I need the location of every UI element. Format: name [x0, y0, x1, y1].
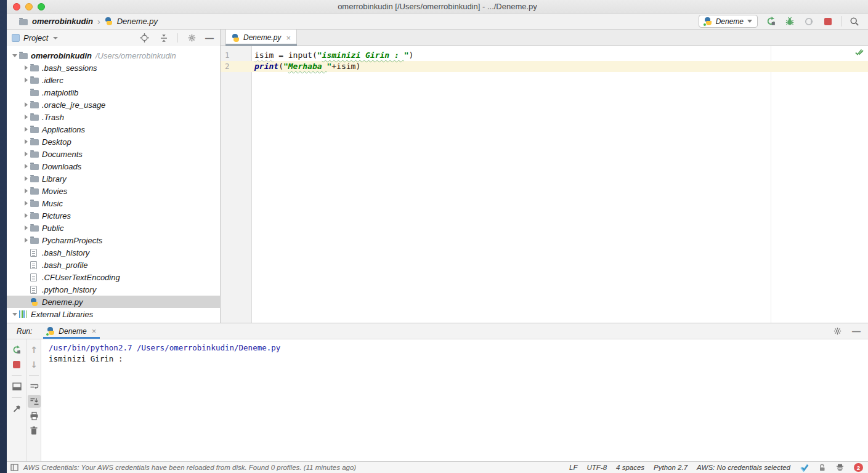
- tree-row[interactable]: Applications: [7, 123, 220, 135]
- hide-panel-button[interactable]: —: [205, 35, 214, 41]
- status-item-group: LFUTF-84 spacesPython 2.7AWS: No credent…: [569, 464, 790, 471]
- tree-expand-arrow[interactable]: [22, 176, 30, 181]
- code-editor[interactable]: 1 isim = input("isminizi Girin : ") 2 pr…: [221, 46, 868, 323]
- run-panel-settings-button[interactable]: [831, 325, 843, 338]
- scroll-to-end-button[interactable]: [28, 395, 41, 408]
- write-access-widget[interactable]: [818, 463, 826, 472]
- tree-row[interactable]: Desktop: [7, 135, 220, 148]
- stop-button[interactable]: [822, 15, 834, 28]
- tree-row[interactable]: .python_history: [7, 283, 220, 296]
- running-indicator-dot: [703, 23, 707, 26]
- tree-expand-arrow[interactable]: [22, 188, 30, 193]
- tree-row[interactable]: .matplotlib: [7, 86, 220, 99]
- inspections-ok-icon[interactable]: [854, 48, 864, 57]
- tree-expand-arrow[interactable]: [10, 54, 19, 57]
- notifications-badge[interactable]: 2: [854, 463, 863, 472]
- chevron-down-icon[interactable]: [53, 37, 58, 39]
- tree-expand-arrow[interactable]: [22, 238, 30, 243]
- status-item[interactable]: LF: [569, 464, 577, 471]
- tree-expand-arrow[interactable]: [22, 164, 30, 169]
- tree-row[interactable]: Downloads: [7, 160, 220, 172]
- tree-row[interactable]: .oracle_jre_usage: [7, 99, 220, 111]
- tree-row[interactable]: Pictures: [7, 209, 220, 222]
- restore-layout-button[interactable]: [10, 380, 23, 393]
- inspections-widget[interactable]: [800, 464, 809, 472]
- hide-panel-button[interactable]: —: [852, 328, 861, 334]
- toolbar-divider: [177, 33, 178, 42]
- stop-button[interactable]: [10, 358, 23, 371]
- rerun-button[interactable]: [765, 15, 777, 28]
- item-type-icon: [30, 65, 39, 71]
- tree-expand-arrow[interactable]: [22, 65, 30, 70]
- code-line[interactable]: 1 isim = input("isminizi Girin : "): [221, 50, 868, 61]
- tree-expand-arrow[interactable]: [22, 115, 30, 119]
- run-console-output[interactable]: /usr/bin/python2.7 /Users/omerrobinkudin…: [41, 339, 868, 461]
- code-token: ": [283, 62, 288, 71]
- print-button[interactable]: [28, 410, 41, 422]
- highlighting-level-widget[interactable]: [835, 463, 845, 472]
- editor-tab-deneme[interactable]: Deneme.py ×: [225, 30, 297, 46]
- breadcrumb-chevron-icon: ›: [97, 17, 100, 26]
- status-item[interactable]: AWS: No credentials selected: [697, 464, 790, 471]
- run-with-coverage-button[interactable]: [803, 15, 815, 28]
- status-item[interactable]: 4 spaces: [616, 464, 644, 471]
- close-tab-icon[interactable]: ×: [286, 33, 291, 42]
- tree-row[interactable]: .bash_sessions: [7, 62, 220, 74]
- status-item[interactable]: UTF-8: [586, 464, 607, 471]
- tree-row[interactable]: .CFUserTextEncoding: [7, 271, 220, 283]
- tree-item-label: PycharmProjects: [42, 236, 102, 245]
- search-everywhere-button[interactable]: [848, 15, 861, 28]
- item-type-icon: [19, 53, 28, 59]
- locate-file-button[interactable]: [138, 32, 150, 44]
- close-tab-icon[interactable]: ×: [92, 326, 97, 336]
- title-bar[interactable]: omerrobinkudin [/Users/omerrobinkudin] -…: [7, 0, 868, 14]
- pin-tab-button[interactable]: [10, 402, 23, 415]
- tree-row[interactable]: Movies: [7, 185, 220, 197]
- breadcrumb-file[interactable]: Deneme.py: [117, 17, 158, 26]
- tree-row[interactable]: PycharmProjects: [7, 234, 220, 246]
- tree-expand-arrow[interactable]: [10, 313, 19, 316]
- tree-expand-arrow[interactable]: [22, 201, 30, 206]
- debug-button[interactable]: [784, 15, 796, 28]
- item-type-icon: [30, 102, 39, 108]
- close-window-button[interactable]: [13, 3, 20, 10]
- zoom-window-button[interactable]: [38, 3, 45, 10]
- tree-expand-arrow[interactable]: [22, 213, 30, 218]
- breadcrumb-project[interactable]: omerrobinkudin: [32, 17, 93, 26]
- tree-row[interactable]: Documents: [7, 148, 220, 160]
- collapse-all-button[interactable]: [158, 32, 170, 44]
- tree-expand-arrow[interactable]: [22, 152, 30, 156]
- tree-row[interactable]: Deneme.py: [7, 296, 220, 308]
- stop-icon: [13, 361, 20, 368]
- tree-expand-arrow[interactable]: [22, 78, 30, 83]
- status-item[interactable]: Python 2.7: [654, 464, 688, 471]
- tree-row[interactable]: .bash_history: [7, 246, 220, 259]
- run-tab-deneme[interactable]: Deneme ×: [43, 323, 100, 339]
- code-line-active[interactable]: 2 print("Merhaba "+isim): [221, 61, 868, 72]
- status-message[interactable]: AWS Credentials: Your AWS credentials ha…: [23, 464, 356, 471]
- tree-expand-arrow[interactable]: [22, 139, 30, 144]
- up-stack-trace-button[interactable]: ↑: [28, 343, 41, 356]
- window-title: omerrobinkudin [/Users/omerrobinkudin] -…: [338, 2, 537, 11]
- soft-wrap-button[interactable]: [28, 380, 41, 393]
- down-stack-trace-button[interactable]: ↓: [28, 358, 41, 371]
- run-configuration-select[interactable]: Deneme: [699, 15, 758, 28]
- clear-console-button[interactable]: [28, 424, 41, 437]
- tree-row[interactable]: External Libraries: [7, 308, 220, 320]
- python-file-icon: [232, 34, 240, 42]
- tree-expand-arrow[interactable]: [22, 127, 30, 132]
- rerun-button[interactable]: [10, 343, 23, 356]
- tree-expand-arrow[interactable]: [22, 225, 30, 230]
- tree-row[interactable]: Library: [7, 172, 220, 185]
- toggle-toolwindows-button[interactable]: [10, 464, 18, 471]
- tree-row[interactable]: .bash_profile: [7, 259, 220, 271]
- tree-row[interactable]: Music: [7, 197, 220, 209]
- project-settings-button[interactable]: [185, 32, 198, 44]
- tree-row[interactable]: .Trash: [7, 111, 220, 123]
- tree-row[interactable]: .idlerc: [7, 74, 220, 86]
- tree-row[interactable]: Public: [7, 222, 220, 234]
- project-panel-title[interactable]: Project: [23, 33, 48, 42]
- tree-expand-arrow[interactable]: [22, 102, 30, 107]
- tree-row[interactable]: omerrobinkudin /Users/omerrobinkudin: [7, 49, 220, 62]
- minimize-window-button[interactable]: [25, 3, 33, 10]
